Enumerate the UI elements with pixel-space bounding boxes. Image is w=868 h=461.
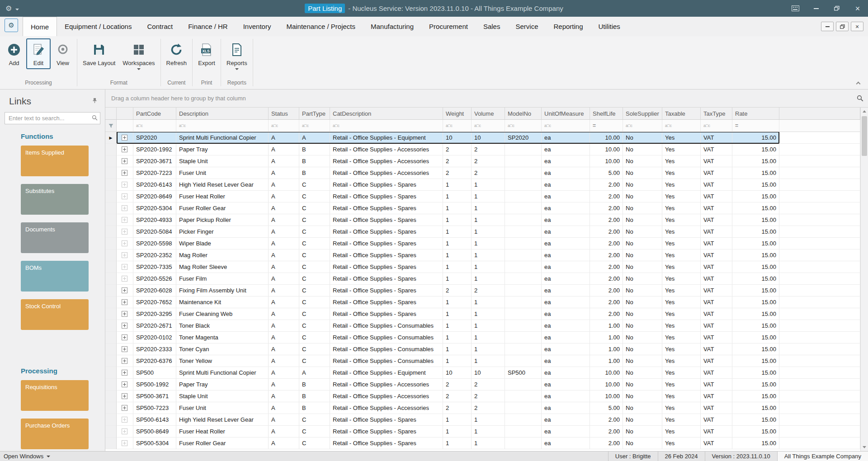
expand-icon[interactable] [122,346,127,352]
expand-icon[interactable] [122,182,127,188]
column-header-status[interactable]: Status [269,108,299,120]
expand-icon[interactable] [122,311,127,317]
filter-cell-modelno[interactable]: a□c [505,120,542,132]
expand-cell[interactable] [117,214,133,226]
grid-row-sp500-5304[interactable]: SP500-5304Fuser Roller GearACRetail - Of… [105,437,860,449]
column-header-volume[interactable]: Volume [472,108,505,120]
settings-gear-icon[interactable]: ⚙ [5,5,12,12]
scrollbar-thumb[interactable] [862,116,867,156]
tab-home[interactable]: Home [23,17,57,36]
document-close-button[interactable]: × [851,22,863,31]
grid-row-sp2020-2671[interactable]: SP2020-2671Toner BlackACRetail - Office … [105,320,860,332]
filter-cell-taxtype[interactable]: a□c [701,120,732,132]
column-header-shelflife[interactable]: ShelfLife [590,108,623,120]
expand-cell[interactable] [117,191,133,202]
column-header-weight[interactable]: Weight [443,108,472,120]
expand-icon[interactable] [122,135,127,141]
expand-cell[interactable] [117,320,133,332]
touch-keyboard-icon[interactable] [785,0,806,17]
expand-icon[interactable] [122,323,127,329]
expand-cell[interactable] [117,202,133,214]
titlebar-chevron-down-icon[interactable] [15,9,19,10]
expand-cell[interactable] [117,332,133,343]
sidebar-link-stock-control[interactable]: Stock Control [21,299,89,330]
column-header-rate[interactable]: Rate [732,108,779,120]
expand-cell[interactable] [117,179,133,191]
grid-row-sp2020-6376[interactable]: SP2020-6376Toner YellowACRetail - Office… [105,355,860,367]
grid-row-sp2020-4933[interactable]: SP2020-4933Paper Pickup RollerACRetail -… [105,214,860,226]
view-button[interactable]: View [51,38,75,69]
tab-manufacturing[interactable]: Manufacturing [363,17,421,36]
grid-row-sp2020-5084[interactable]: SP2020-5084Picker FingerACRetail - Offic… [105,226,860,238]
tab-service[interactable]: Service [508,17,546,36]
expand-cell[interactable] [117,402,133,414]
grid-row-sp2020-7223[interactable]: SP2020-7223Fuser UnitABRetail - Office S… [105,167,860,179]
tab-sales[interactable]: Sales [476,17,508,36]
expand-icon[interactable] [122,229,127,235]
expand-cell[interactable] [117,249,133,261]
expand-cell[interactable] [117,285,133,296]
pin-icon[interactable] [92,97,98,105]
expand-icon[interactable] [122,417,127,423]
expand-cell[interactable] [117,155,133,167]
edit-button[interactable]: Edit [26,38,51,69]
grid-row-sp500-1992[interactable]: SP500-1992Paper TrayABRetail - Office Su… [105,379,860,390]
filter-cell-volume[interactable]: a□c [472,120,505,132]
grid-row-sp2020-7335[interactable]: SP2020-7335Mag Roller SleeveACRetail - O… [105,261,860,273]
filter-cell-taxable[interactable]: a□c [662,120,701,132]
column-header-modelno[interactable]: ModelNo [505,108,542,120]
document-restore-button[interactable] [836,22,849,31]
expand-icon[interactable] [122,158,127,164]
sidebar-link-purchase-orders[interactable]: Purchase Orders [21,419,89,449]
grid-row-sp2020-5304[interactable]: SP2020-5304Fuser Roller GearACRetail - O… [105,202,860,214]
expand-icon[interactable] [122,334,127,340]
reports-button[interactable]: Reports [223,38,251,73]
column-header-unitofmeasure[interactable]: UnitOfMeasure [542,108,590,120]
close-button[interactable]: × [847,0,868,17]
grid-row-sp2020-7652[interactable]: SP2020-7652Maintenance KitACRetail - Off… [105,296,860,308]
expand-icon[interactable] [122,240,127,246]
filter-cell-solesupplier[interactable]: a□c [623,120,662,132]
filter-cell-status[interactable]: a□c [269,120,299,132]
grid-row-sp2020[interactable]: ▶SP2020Sprint Multi Functional CopierAAR… [105,132,860,144]
tab-maintenance-projects[interactable]: Maintenance / Projects [278,17,363,36]
search-icon[interactable] [92,114,98,122]
sidebar-link-requisitions[interactable]: Requisitions [21,380,89,411]
expand-icon[interactable] [122,405,127,411]
filter-cell-partcode[interactable]: a□c [133,120,176,132]
grid-row-sp500-7223[interactable]: SP500-7223Fuser UnitABRetail - Office Su… [105,402,860,414]
expand-icon[interactable] [122,393,127,399]
expand-icon[interactable] [122,287,127,293]
grid-row-sp2020-0102[interactable]: SP2020-0102Toner MagentaACRetail - Offic… [105,332,860,343]
expand-icon[interactable] [122,381,127,387]
tab-procurement[interactable]: Procurement [421,17,476,36]
grid-row-sp2020-1992[interactable]: SP2020-1992Paper TrayABRetail - Office S… [105,144,860,155]
expand-icon[interactable] [122,252,127,258]
scroll-up-button[interactable] [861,108,868,115]
grid-row-sp500-6143[interactable]: SP500-6143High Yield Reset Lever GearACR… [105,414,860,426]
expand-cell[interactable] [117,308,133,320]
filter-cell-unitofmeasure[interactable]: a□c [542,120,590,132]
filter-cell-catdescription[interactable]: a□c [330,120,443,132]
expand-icon[interactable] [122,146,127,152]
sidebar-link-substitutes[interactable]: Substitutes [21,184,89,215]
workspaces-button[interactable]: Workspaces [119,38,158,73]
expand-icon[interactable] [122,428,127,434]
expand-cell[interactable] [117,414,133,426]
column-header-parttype[interactable]: PartType [299,108,330,120]
grid-row-sp500[interactable]: SP500Sprint Multi Functional CopierAARet… [105,367,860,379]
sidebar-link-boms[interactable]: BOMs [21,261,89,292]
scroll-down-button[interactable] [861,443,868,451]
column-header-catdescription[interactable]: CatDescription [330,108,443,120]
expand-icon[interactable] [122,170,127,176]
column-header-partcode[interactable]: PartCode [133,108,176,120]
open-windows-button[interactable]: Open Windows [0,453,50,460]
expand-icon[interactable] [122,205,127,211]
tab-inventory[interactable]: Inventory [236,17,279,36]
add-button[interactable]: Add [2,38,26,69]
sidebar-search-input[interactable] [5,115,92,122]
group-by-band[interactable]: Drag a column header here to group by th… [105,89,868,108]
collapse-ribbon-button[interactable] [854,79,863,86]
expand-icon[interactable] [122,299,127,305]
column-header-description[interactable]: Description [176,108,269,120]
